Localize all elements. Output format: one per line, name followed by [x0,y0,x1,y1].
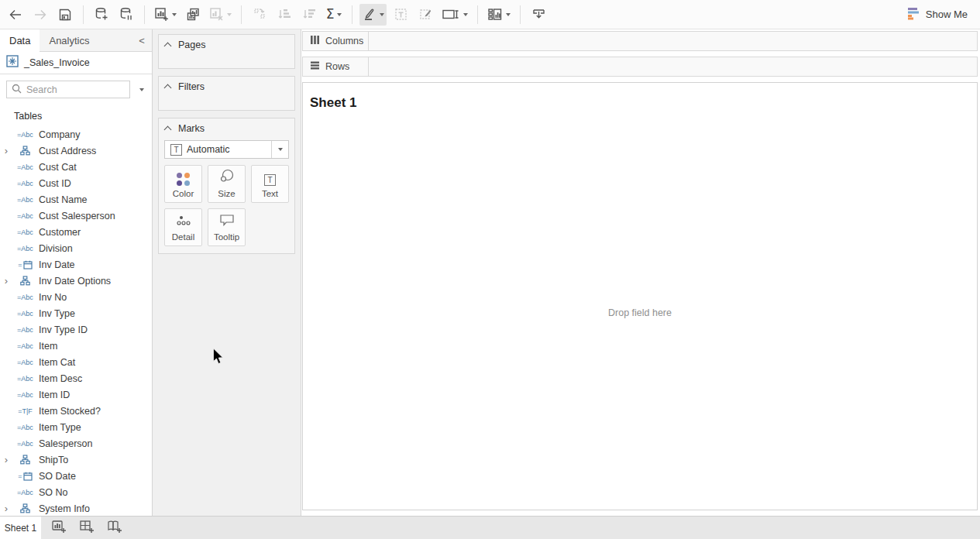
columns-shelf-drop-area[interactable] [369,32,977,50]
field-inv-no[interactable]: =AbcInv No [0,289,152,305]
rows-shelf-drop-area[interactable] [369,57,977,76]
sort-ascending-button[interactable] [273,4,295,26]
columns-shelf-label: Columns [325,36,363,46]
field-label: Inv No [39,292,67,303]
tab-analytics[interactable]: Analytics [40,29,132,52]
expand-chevron-icon[interactable]: › [0,503,12,513]
field-label: SO Date [39,471,76,482]
mark-type-caret[interactable] [271,141,288,158]
new-worksheet-tab-button[interactable] [47,517,70,539]
swap-rows-columns-button[interactable] [249,4,270,26]
redo-button[interactable] [29,4,51,26]
datasource-row[interactable]: _Sales_Invoice [0,52,152,74]
collapse-arrow-icon[interactable] [165,84,172,91]
field-customer[interactable]: =AbcCustomer [0,224,152,240]
marks-card: Marks T Automatic Color Size T Text [158,118,295,254]
toolbar-separator [83,5,84,24]
field-so-no[interactable]: =AbcSO No [0,484,152,500]
field-item[interactable]: =AbcItem [0,338,152,354]
drop-field-hint: Drop field here [303,307,977,318]
save-icon [58,8,72,22]
expand-chevron-icon[interactable]: › [0,276,12,286]
collapse-arrow-icon[interactable] [165,42,172,49]
rows-shelf[interactable]: Rows [302,57,978,77]
search-icon [12,83,22,97]
field-label: Item [39,341,57,352]
filters-card[interactable]: Filters [158,76,295,111]
field-item-desc[interactable]: =AbcItem Desc [0,370,152,386]
duplicate-button[interactable] [182,4,204,26]
sheet-canvas[interactable]: Sheet 1 Drop field here [302,82,978,510]
collapse-arrow-icon[interactable] [165,125,172,132]
field-item-cat[interactable]: =AbcItem Cat [0,354,152,370]
columns-shelf[interactable]: Columns [302,31,978,51]
new-worksheet-tab-icon [51,520,67,537]
field-shipto[interactable]: ›ShipTo [0,451,152,468]
sort-descending-button[interactable] [298,4,320,26]
abc-field-icon: =Abc [12,131,38,139]
field-inv-date[interactable]: =Inv Date [0,256,152,273]
share-workbook-button[interactable] [528,4,549,26]
save-button[interactable] [54,4,76,26]
field-label: Item Type [39,422,81,433]
show-hide-cards-button[interactable] [485,4,513,26]
field-label: System Info [39,503,90,514]
expand-chevron-icon[interactable]: › [0,146,12,156]
search-box[interactable] [6,81,130,98]
field-cust-name[interactable]: =AbcCust Name [0,191,152,208]
field-company[interactable]: =AbcCompany [0,126,152,142]
new-dashboard-button[interactable] [75,517,98,539]
fit-icon [442,7,460,22]
mark-type-dropdown[interactable]: T Automatic [164,140,289,159]
field-cust-address[interactable]: ›Cust Address [0,142,152,159]
pages-card-label: Pages [178,39,205,50]
field-system-info[interactable]: ›System Info [0,500,152,516]
field-inv-type[interactable]: =AbcInv Type [0,305,152,321]
field-label: Item ID [39,390,70,400]
size-button[interactable]: Size [208,165,246,203]
new-worksheet-button[interactable] [152,4,179,26]
color-button[interactable]: Color [164,165,202,203]
highlight-button[interactable] [359,4,387,26]
field-so-date[interactable]: =SO Date [0,468,152,484]
field-inv-type-id[interactable]: =AbcInv Type ID [0,321,152,338]
tooltip-button[interactable]: Tooltip [208,208,246,246]
field-label: Company [39,129,81,140]
fix-axes-button[interactable] [414,4,436,26]
swap-rows-columns-icon [253,7,267,22]
field-division[interactable]: =AbcDivision [0,240,152,256]
pages-card[interactable]: Pages [158,34,295,69]
abc-field-icon: =Abc [12,424,38,431]
clear-sheet-button[interactable] [207,4,234,26]
highlight-pen-icon [362,7,377,22]
redo-icon [33,8,48,22]
field-salesperson[interactable]: =AbcSalesperson [0,435,152,451]
show-me-button[interactable]: Show Me [906,7,968,22]
undo-button[interactable] [5,4,26,26]
pause-auto-updates-button[interactable] [115,4,137,26]
text-button[interactable]: T Text [251,165,289,203]
search-options-caret-icon[interactable] [139,88,144,91]
tab-data[interactable]: Data [0,29,40,52]
new-data-source-button[interactable] [91,4,112,26]
show-mark-labels-button[interactable] [390,4,411,26]
marks-buttons: Color Size T Text Detail Tooltip [159,165,294,246]
fit-dropdown-button[interactable] [439,4,470,26]
field-item-id[interactable]: =AbcItem ID [0,386,152,403]
collapse-pane-button[interactable]: < [132,29,152,52]
field-cust-salesperson[interactable]: =AbcCust Salesperson [0,208,152,224]
totals-button[interactable]: Σ [323,4,345,26]
field-cust-cat[interactable]: =AbcCust Cat [0,159,152,175]
detail-button[interactable]: Detail [164,208,202,246]
dropdown-caret-icon [506,13,511,16]
search-input[interactable] [26,84,112,95]
field-item-stocked[interactable]: =T|FItem Stocked? [0,403,152,419]
field-item-type[interactable]: =AbcItem Type [0,419,152,435]
new-story-button[interactable] [103,517,126,539]
field-cust-id[interactable]: =AbcCust ID [0,175,152,191]
toolbar-separator [520,5,521,24]
sheet-tab-sheet1[interactable]: Sheet 1 [0,517,41,539]
show-mark-labels-icon [394,7,408,22]
expand-chevron-icon[interactable]: › [0,455,12,465]
field-inv-date-options[interactable]: ›Inv Date Options [0,273,152,289]
